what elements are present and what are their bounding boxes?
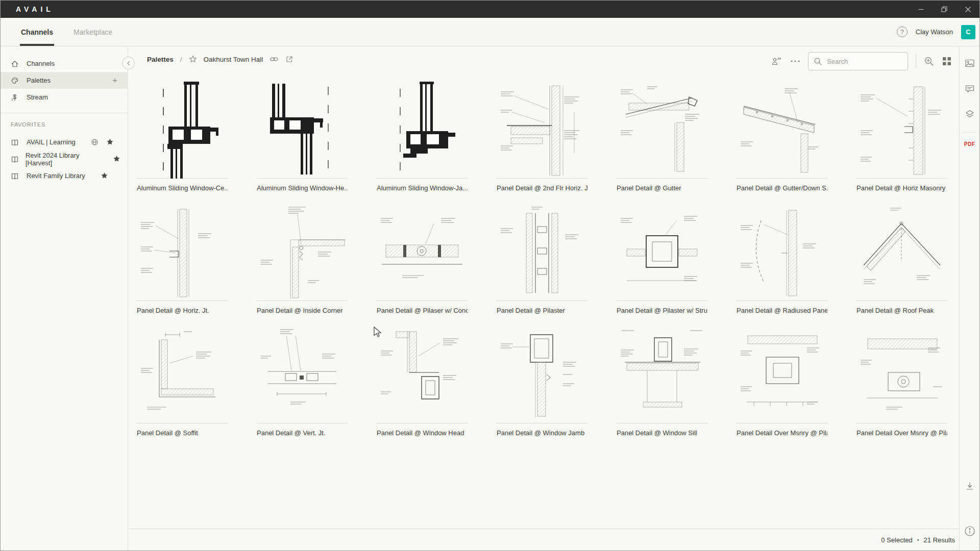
asset-title: Panel Detail @ Soffit xyxy=(137,429,228,437)
asset-title: Panel Detail @ Roof Peak xyxy=(856,307,947,314)
asset-card[interactable]: Panel Detail @ Pilaster w/ Struc... xyxy=(617,204,707,314)
asset-card[interactable]: Panel Detail @ Window Head xyxy=(377,327,468,437)
breadcrumb-separator: / xyxy=(180,56,182,63)
asset-title: Panel Detail @ Gutter/Down S... xyxy=(737,184,827,192)
comments-panel-button[interactable] xyxy=(960,84,979,94)
asset-thumbnail[interactable] xyxy=(617,82,707,179)
asset-card[interactable]: Aluminum Sliding Window-He... xyxy=(257,82,348,192)
favorite-label: Revit Family Library xyxy=(27,172,85,180)
zoom-in-icon[interactable] xyxy=(924,56,934,66)
sidebar-collapse-button[interactable] xyxy=(122,57,135,69)
search-input[interactable] xyxy=(827,58,898,65)
close-button[interactable] xyxy=(956,1,979,18)
download-button[interactable] xyxy=(960,482,979,491)
star-filled-icon[interactable] xyxy=(101,172,108,180)
sidebar-item-stream[interactable]: Stream xyxy=(1,89,128,106)
link-icon[interactable] xyxy=(270,56,279,63)
asset-card[interactable]: Panel Detail @ 2nd Flr Horiz. Jt. xyxy=(497,82,587,192)
asset-card[interactable]: Panel Detail @ Pilaser w/ Conc... xyxy=(377,204,468,314)
asset-thumbnail[interactable] xyxy=(137,204,228,301)
asset-card[interactable]: Panel Detail @ Soffit xyxy=(137,327,228,437)
selected-count: 0 Selected xyxy=(881,536,912,544)
asset-card[interactable]: Panel Detail @ Roof Peak xyxy=(856,204,947,314)
asset-thumbnail[interactable] xyxy=(497,82,587,179)
asset-thumbnail[interactable] xyxy=(377,82,468,179)
book-icon xyxy=(11,155,18,163)
sidebar-item-channels[interactable]: Channels xyxy=(1,55,128,72)
star-filled-icon[interactable] xyxy=(113,155,119,163)
image-panel-button[interactable] xyxy=(960,58,979,68)
asset-thumbnail[interactable] xyxy=(497,327,587,423)
asset-title: Panel Detail @ Pilaster xyxy=(497,307,587,314)
asset-card[interactable]: Panel Detail @ Window Sill xyxy=(617,327,707,437)
asset-thumbnail[interactable] xyxy=(856,82,947,179)
asset-thumbnail[interactable] xyxy=(737,82,827,179)
asset-card[interactable]: Panel Detail @ Gutter xyxy=(617,82,707,192)
palette-icon xyxy=(11,77,19,85)
restore-button[interactable] xyxy=(933,1,956,18)
sidebar-item-label: Channels xyxy=(27,60,55,67)
asset-card[interactable]: Panel Detail @ Inside Corner xyxy=(257,204,348,314)
main-content: Palettes / Oakhurst Town Hall Aluminum S… xyxy=(128,47,959,550)
asset-title: Panel Detail @ Pilaster w/ Struc... xyxy=(617,307,707,314)
avatar[interactable]: C xyxy=(961,25,975,39)
asset-title: Panel Detail Over Msnry @ Pila... xyxy=(856,429,947,437)
asset-card[interactable]: Panel Detail Over Msnry @ Pila... xyxy=(737,327,827,437)
sidebar-item-avail-learning[interactable]: AVAIL | Learning xyxy=(1,134,128,151)
asset-thumbnail[interactable] xyxy=(377,204,468,301)
asset-title: Panel Detail @ Window Head xyxy=(377,429,468,437)
star-filled-icon[interactable] xyxy=(106,138,114,146)
window-titlebar: AVAIL xyxy=(1,1,979,18)
help-icon[interactable]: ? xyxy=(897,27,908,37)
asset-thumbnail[interactable] xyxy=(856,327,947,423)
user-name[interactable]: Clay Watson xyxy=(916,28,953,36)
asset-title: Aluminum Sliding Window-Ce... xyxy=(137,184,228,192)
asset-thumbnail[interactable] xyxy=(737,327,827,423)
asset-thumbnail[interactable] xyxy=(617,327,707,423)
asset-card[interactable]: Panel Detail @ Window Jamb xyxy=(497,327,587,437)
asset-title: Panel Detail @ Horiz Masonry Jt. xyxy=(856,184,947,192)
toolbar-divider xyxy=(916,55,916,68)
sidebar-item-revit-2024-library[interactable]: Revit 2024 Library [Harvest] xyxy=(1,151,128,167)
more-options-icon[interactable] xyxy=(790,60,800,63)
tab-channels[interactable]: Channels xyxy=(20,18,54,46)
sidebar-item-label: Palettes xyxy=(27,77,51,84)
asset-card[interactable]: Aluminum Sliding Window-Ja... xyxy=(377,82,468,192)
asset-card[interactable]: Panel Detail Over Msnry @ Pila... xyxy=(856,327,947,437)
asset-thumbnail[interactable] xyxy=(137,327,228,423)
asset-thumbnail[interactable] xyxy=(377,327,468,423)
sidebar-item-palettes[interactable]: Palettes + xyxy=(1,72,128,89)
asset-card[interactable]: Panel Detail @ Gutter/Down S... xyxy=(737,82,827,192)
layers-panel-button[interactable] xyxy=(960,109,979,119)
grid-view-icon[interactable] xyxy=(942,56,952,66)
add-palette-button[interactable]: + xyxy=(112,76,117,86)
external-link-icon[interactable] xyxy=(285,55,293,63)
minimize-button[interactable] xyxy=(909,1,933,18)
close-icon xyxy=(965,7,971,12)
asset-thumbnail[interactable] xyxy=(257,204,348,301)
asset-card[interactable]: Panel Detail @ Vert. Jt. xyxy=(257,327,348,437)
asset-title: Panel Detail @ Window Jamb xyxy=(497,429,587,437)
info-button[interactable] xyxy=(960,525,979,537)
asset-thumbnail[interactable] xyxy=(257,82,348,179)
asset-title: Panel Detail @ Vert. Jt. xyxy=(257,429,348,437)
breadcrumb-root[interactable]: Palettes xyxy=(147,56,174,63)
asset-card[interactable]: Panel Detail @ Radiused Panel... xyxy=(737,204,827,314)
star-outline-icon[interactable] xyxy=(189,55,197,63)
asset-thumbnail[interactable] xyxy=(617,204,707,301)
asset-thumbnail[interactable] xyxy=(137,82,228,179)
sidebar-item-revit-family-library[interactable]: Revit Family Library xyxy=(1,167,128,184)
tab-marketplace[interactable]: Marketplace xyxy=(72,18,113,46)
asset-thumbnail[interactable] xyxy=(497,204,587,301)
asset-card[interactable]: Panel Detail @ Horiz. Jt. xyxy=(137,204,228,314)
asset-thumbnail[interactable] xyxy=(856,204,947,301)
minimize-icon xyxy=(918,7,924,12)
asset-thumbnail[interactable] xyxy=(257,327,348,423)
content-header: Palettes / Oakhurst Town Hall xyxy=(128,47,959,74)
pdf-panel-button[interactable]: PDF xyxy=(960,141,979,147)
asset-card[interactable]: Aluminum Sliding Window-Ce... xyxy=(137,82,228,192)
asset-card[interactable]: Panel Detail @ Pilaster xyxy=(497,204,587,314)
asset-card[interactable]: Panel Detail @ Horiz Masonry Jt. xyxy=(856,82,947,192)
share-channel-icon[interactable] xyxy=(771,57,782,66)
asset-thumbnail[interactable] xyxy=(737,204,827,301)
